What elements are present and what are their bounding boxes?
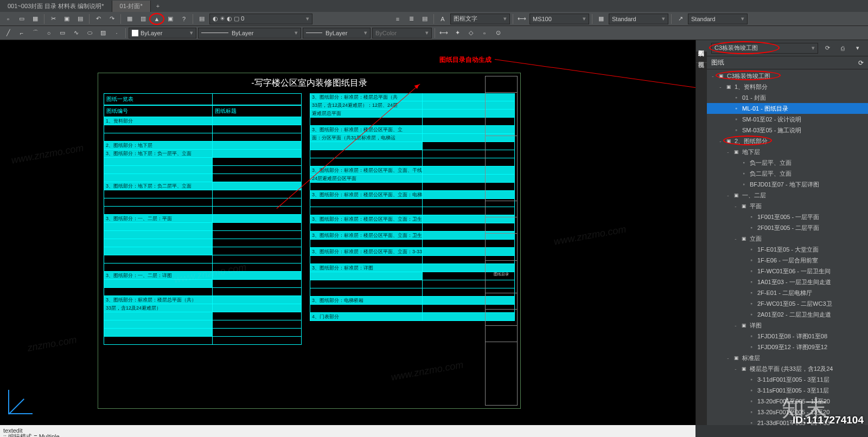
drawing-canvas[interactable]: -写字楼公区室内装修图纸目录 图纸一览表 图纸编号 图纸标题 1、资料部分2、图… <box>0 40 695 425</box>
copy-icon[interactable]: ▣ <box>61 14 73 24</box>
redo-icon[interactable]: ↷ <box>106 14 118 24</box>
table-row <box>310 280 515 288</box>
snap1-icon[interactable]: ✦ <box>451 28 463 38</box>
tree-item[interactable]: -▣标准层 <box>707 352 868 363</box>
table-row: 3、图纸部分：标准层：楼层公区平面、立面、干线（共31层标准层、2层避难层）：1… <box>310 166 515 175</box>
snap4-icon[interactable]: ⊙ <box>492 28 504 38</box>
arc-icon[interactable]: ⌒ <box>29 28 41 38</box>
table-row <box>104 312 302 320</box>
save-icon[interactable]: ▦ <box>29 14 41 24</box>
tab-add[interactable]: + <box>151 1 165 11</box>
new-icon[interactable]: ▫ <box>2 14 14 24</box>
snap2-icon[interactable]: ◇ <box>465 28 477 38</box>
panel-more-icon[interactable]: ▾ <box>852 43 864 54</box>
tree-item[interactable]: -▣详图 <box>707 320 868 331</box>
layer-tool2-icon[interactable]: ≣ <box>405 14 417 24</box>
layer-state-combo[interactable]: ◐ ☀ ◐ ▢ 0 <box>209 14 312 24</box>
pline-icon[interactable]: ⌐ <box>16 28 28 38</box>
tree-item[interactable]: ▫1A01至03 - 一层卫生间走道 <box>707 277 868 287</box>
cut-icon[interactable]: ✂ <box>47 14 59 24</box>
table-row <box>104 329 302 337</box>
text-style-icon[interactable]: A <box>437 14 449 24</box>
tree-item[interactable]: ▫SM-01至02 - 设计说明 <box>707 114 868 125</box>
line-icon[interactable]: ╱ <box>2 28 14 38</box>
tree-item[interactable]: -▣地下层 <box>707 146 868 157</box>
tree-item[interactable]: -▣立面 <box>707 233 868 244</box>
panel-refresh-icon[interactable]: ⟳ <box>821 43 833 54</box>
text-style-combo[interactable]: 图框文字 <box>450 14 510 24</box>
tree-item[interactable]: ▫SM-03至05 - 施工说明 <box>707 125 868 136</box>
tree-item[interactable]: -▣1、资料部分 <box>707 81 868 92</box>
table-style-combo[interactable]: Standard <box>609 14 668 24</box>
tree-item[interactable]: ▫2F-E01 - 二层电梯厅 <box>707 287 868 298</box>
paste-icon[interactable]: ▤ <box>74 14 86 24</box>
table-row <box>310 199 515 207</box>
layer-tool3-icon[interactable]: ▤ <box>419 14 431 24</box>
table-header-list: 图纸一览表 <box>104 94 213 105</box>
point-icon[interactable]: · <box>111 28 123 38</box>
panel-sync-icon[interactable]: ⟳ <box>858 59 864 67</box>
tree-item[interactable]: ▫1F001至005 - 一层平面 <box>707 211 868 222</box>
tree-item[interactable]: -▣一、二层 <box>707 190 868 201</box>
rect-icon[interactable]: ▭ <box>56 28 68 38</box>
block-icon[interactable]: ▣ <box>164 14 176 24</box>
tree-item[interactable]: ▫1F-E01至05 - 大堂立面 <box>707 244 868 255</box>
tree-item[interactable]: -▣2、图纸部分 <box>707 136 868 146</box>
measure-icon[interactable]: ⟷ <box>438 28 450 38</box>
lineweight-combo[interactable]: ByLayer <box>303 28 371 38</box>
sidetab-model[interactable]: 模型视图 <box>696 52 707 63</box>
ellipse-icon[interactable]: ⬭ <box>84 28 95 38</box>
panel-section-label: 图纸 <box>711 58 724 67</box>
tree-item[interactable]: ▫1FJD09至12 - 详图09至12 <box>707 342 868 352</box>
sheet-tree[interactable]: -▣ C3栋装饰竣工图 -▣1、资料部分▫01 - 封面▫ML-01 - 图纸目… <box>707 69 868 425</box>
tree-item[interactable]: ▫负一层平、立面 <box>707 157 868 168</box>
help-icon[interactable]: ? <box>178 14 190 24</box>
mleader-icon[interactable]: ↗ <box>674 14 686 24</box>
tree-item[interactable]: ▫01 - 封面 <box>707 92 868 103</box>
command-line[interactable]: textedit :: 编辑模式 = Multiple <box>0 425 695 437</box>
table-row: 3、图纸部分：地下层：负一层平、立面 <box>104 150 302 158</box>
linetype-combo[interactable]: ByLayer <box>198 28 301 38</box>
hatch-icon[interactable]: ▨ <box>97 28 109 38</box>
mleader-combo[interactable]: Standard <box>688 14 748 24</box>
tree-item[interactable]: ▫BFJD01至07 - 地下层详图 <box>707 179 868 190</box>
tree-root[interactable]: -▣ C3栋装饰竣工图 <box>707 70 868 81</box>
tree-item[interactable]: ▫1FJD01至08 - 详图01至08 <box>707 331 868 342</box>
layer-tool1-icon[interactable]: ≡ <box>392 14 404 24</box>
tree-item[interactable]: ▫2F-WC01至05 - 二层WC3卫 <box>707 298 868 309</box>
table-row <box>104 320 302 329</box>
table-row <box>104 190 302 198</box>
table-row: 3、图纸部分：一、二层：平面 <box>104 215 302 223</box>
dim-style-combo[interactable]: MS100 <box>529 14 589 24</box>
tree-item[interactable]: ▫负二层平、立面 <box>707 168 868 179</box>
tree-item[interactable]: ▫1F-E06 - 一层合用前室 <box>707 255 868 266</box>
table-row: 24层避难层公区平面 <box>310 175 515 183</box>
table-style-icon[interactable]: ▦ <box>595 14 607 24</box>
spline-icon[interactable]: ∿ <box>70 28 82 38</box>
snap3-icon[interactable]: ▫ <box>478 28 490 38</box>
tab-doc2[interactable]: 01-封面* <box>112 1 151 12</box>
layer-mgr-icon[interactable]: ▤ <box>196 14 208 24</box>
panel-publish-icon[interactable]: ⎙ <box>837 43 848 54</box>
tree-item[interactable]: ▫ML-01 - 图纸目录 <box>707 103 868 114</box>
tree-item[interactable]: ▫3-11sF001至005 - 3至11层 <box>707 385 868 396</box>
tree-item[interactable]: ▫2F001至005 - 二层平面 <box>707 222 868 233</box>
dim-style-icon[interactable]: ⟷ <box>516 14 528 24</box>
grid-icon[interactable]: ▦ <box>124 14 136 24</box>
table-icon[interactable]: ▥ <box>137 14 149 24</box>
plotstyle-combo[interactable]: ByColor <box>372 28 432 38</box>
paint-icon[interactable]: ▲ <box>151 14 163 24</box>
tab-doc1[interactable]: 001~003封面 目录 材料表 编制说明* <box>0 1 112 12</box>
tree-item[interactable]: ▫13-20dF001至005 - 13至20 <box>707 396 868 407</box>
table-row <box>104 166 302 174</box>
tree-item[interactable]: ▫2A01至02 - 二层卫生间走道 <box>707 309 868 320</box>
undo-icon[interactable]: ↶ <box>92 14 104 24</box>
open-icon[interactable]: ▭ <box>16 14 28 24</box>
tree-item[interactable]: ▫3-11dF001至005 - 3至11层 <box>707 374 868 385</box>
tree-item[interactable]: -▣平面 <box>707 201 868 211</box>
sidetab-sheets[interactable]: 图纸列表 <box>696 40 707 52</box>
color-combo[interactable]: ByLayer <box>129 28 196 38</box>
tree-item[interactable]: ▫1F-WC01至06 - 一层卫生间 <box>707 266 868 277</box>
circle-icon[interactable]: ○ <box>43 28 55 38</box>
tree-item[interactable]: -▣楼层总平面 (共33层，含12及24 <box>707 363 868 374</box>
